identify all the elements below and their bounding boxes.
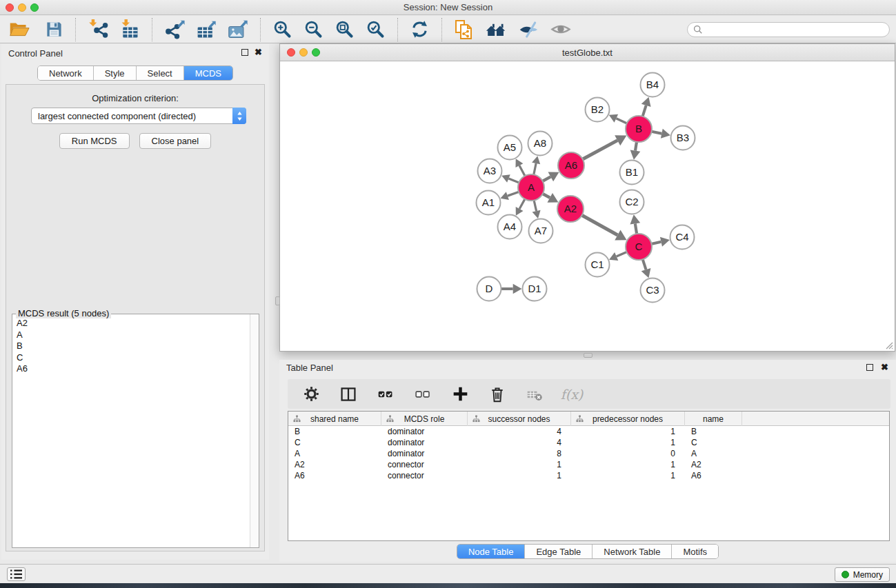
table-row[interactable]: Bdominator41B <box>288 426 889 437</box>
home-houses-icon <box>486 20 507 39</box>
tab-style[interactable]: Style <box>94 66 137 80</box>
graph-node-B4[interactable]: B4 <box>641 73 665 97</box>
graph-node-C4[interactable]: C4 <box>670 225 695 250</box>
network-file-snapshot-icon <box>454 19 475 40</box>
network-snapshot-button[interactable] <box>448 18 480 41</box>
mcds-result-item[interactable]: A2 <box>12 318 250 330</box>
float-panel-icon[interactable] <box>241 49 248 56</box>
memory-button[interactable]: Memory <box>835 567 890 582</box>
table-row[interactable]: A6connector11A6 <box>288 470 889 481</box>
function-builder-button[interactable]: f(x) <box>558 385 586 404</box>
search-field[interactable] <box>687 22 890 37</box>
column-header-successor-nodes[interactable]: successor nodes <box>468 412 571 426</box>
export-network-button[interactable] <box>159 18 190 41</box>
graph-node-A6[interactable]: A6 <box>558 152 584 179</box>
close-panel-icon[interactable]: ✖ <box>255 47 262 58</box>
mcds-result-item[interactable]: A6 <box>12 363 250 375</box>
import-network-button[interactable] <box>82 18 114 41</box>
criterion-dropdown-value: largest connected component (directed) <box>32 111 232 121</box>
mcds-result-item[interactable]: C <box>12 352 250 364</box>
mcds-panel: Optimization criterion: largest connecte… <box>6 84 265 551</box>
graph-node-A8[interactable]: A8 <box>528 132 552 156</box>
column-header-shared-name[interactable]: shared name <box>288 412 381 426</box>
float-table-panel-icon[interactable] <box>866 364 873 371</box>
graph-node-C[interactable]: C <box>626 234 652 260</box>
svg-text:A4: A4 <box>504 221 516 232</box>
show-all-button[interactable] <box>545 18 577 41</box>
tab-network[interactable]: Network <box>38 66 94 80</box>
delete-table-button[interactable] <box>521 385 548 404</box>
graph-node-D[interactable]: D <box>477 277 501 301</box>
edge-arrowhead <box>532 210 541 219</box>
svg-text:A1: A1 <box>482 196 495 208</box>
graph-node-A2[interactable]: A2 <box>557 196 584 222</box>
main-titlebar: Session: New Session <box>0 0 896 15</box>
graph-node-B1[interactable]: B1 <box>620 161 644 185</box>
graph-node-B[interactable]: B <box>626 116 652 142</box>
graph-node-B3[interactable]: B3 <box>671 126 695 150</box>
search-icon <box>693 25 703 34</box>
delete-row-button[interactable] <box>484 385 511 404</box>
save-floppy-icon <box>45 20 63 39</box>
table-tab-network-table[interactable]: Network Table <box>593 545 672 558</box>
zoom-in-button[interactable] <box>267 18 298 41</box>
select-all-icon <box>377 386 395 403</box>
result-scrollbar[interactable] <box>250 314 259 547</box>
hide-selected-button[interactable] <box>512 18 545 41</box>
table-cell: A <box>685 448 742 459</box>
graph-node-C2[interactable]: C2 <box>620 190 644 214</box>
table-tab-edge-table[interactable]: Edge Table <box>525 545 593 558</box>
mcds-result-item[interactable]: A <box>12 330 250 341</box>
tab-select[interactable]: Select <box>137 66 184 80</box>
graph-node-A4[interactable]: A4 <box>498 215 522 239</box>
table-row[interactable]: Adominator80A <box>288 448 889 459</box>
open-session-button[interactable] <box>3 18 35 41</box>
zoom-out-button[interactable] <box>298 18 329 41</box>
column-header-name[interactable]: name <box>685 412 742 426</box>
tab-mcds[interactable]: MCDS <box>184 66 232 80</box>
network-canvas[interactable]: B4B2BB3A8A5A6A3B1AC2A1A2A4A7C4CC1DD1C3 <box>280 62 895 351</box>
resize-grip-icon[interactable] <box>884 341 893 349</box>
graph-node-A3[interactable]: A3 <box>478 159 502 183</box>
graph-node-A[interactable]: A <box>518 174 544 201</box>
add-row-button[interactable] <box>446 385 474 404</box>
select-all-button[interactable] <box>372 385 399 404</box>
graph-node-C3[interactable]: C3 <box>641 278 665 303</box>
graph-node-D1[interactable]: D1 <box>523 277 547 301</box>
graph-node-C1[interactable]: C1 <box>586 253 610 277</box>
table-tab-node-table[interactable]: Node Table <box>457 545 526 558</box>
table-row[interactable]: Cdominator41C <box>288 437 889 448</box>
search-input[interactable] <box>706 24 884 34</box>
horizontal-splitter-handle[interactable] <box>275 296 280 305</box>
refresh-view-button[interactable] <box>404 18 435 41</box>
mcds-result-item[interactable]: B <box>12 341 250 352</box>
vertical-splitter-handle[interactable] <box>584 353 593 358</box>
zoom-selected-button[interactable] <box>360 18 391 41</box>
table-options-button[interactable] <box>297 385 325 404</box>
svg-text:D: D <box>486 283 493 294</box>
table-tab-motifs[interactable]: Motifs <box>672 545 718 558</box>
run-mcds-button[interactable]: Run MCDS <box>59 133 130 149</box>
show-columns-button[interactable] <box>335 385 362 404</box>
graph-node-A5[interactable]: A5 <box>498 136 522 160</box>
task-history-button[interactable] <box>7 567 26 581</box>
criterion-dropdown[interactable]: largest connected component (directed) <box>31 108 246 124</box>
close-table-panel-icon[interactable]: ✖ <box>881 362 888 373</box>
delete-table-icon <box>526 386 544 403</box>
graph-node-B2[interactable]: B2 <box>586 98 610 122</box>
table-row[interactable]: A2connector11A2 <box>288 459 889 470</box>
graph-node-A1[interactable]: A1 <box>477 191 501 215</box>
zoom-fit-button[interactable] <box>329 18 360 41</box>
export-image-button[interactable] <box>222 18 254 41</box>
close-panel-button[interactable]: Close panel <box>139 133 212 149</box>
column-header-predecessor-nodes[interactable]: predecessor nodes <box>571 412 685 426</box>
edge-arrowhead <box>661 129 670 139</box>
column-header-mcds-role[interactable]: MCDS role <box>381 412 468 426</box>
network-window-titlebar[interactable]: testGlobe.txt <box>280 44 895 61</box>
save-session-button[interactable] <box>39 18 69 41</box>
home-button[interactable] <box>480 18 512 41</box>
export-table-button[interactable] <box>190 18 222 41</box>
graph-node-A7[interactable]: A7 <box>529 219 553 243</box>
deselect-all-button[interactable] <box>409 385 437 404</box>
import-table-button[interactable] <box>114 18 146 41</box>
